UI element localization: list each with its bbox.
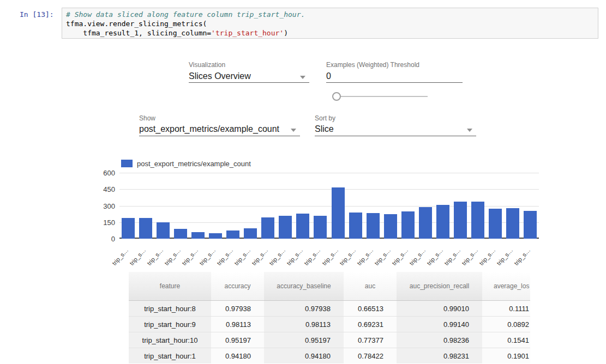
x-axis-label: trip_s… <box>494 247 514 268</box>
bar[interactable] <box>191 232 205 239</box>
bar[interactable] <box>454 202 467 239</box>
metric-cell: 0.66513 <box>344 301 397 317</box>
metric-cell: 0.99010 <box>397 301 482 317</box>
bar[interactable] <box>261 217 274 239</box>
bar[interactable] <box>157 222 170 239</box>
threshold-input[interactable]: 0 <box>326 71 331 81</box>
sort-by-value[interactable]: Slice <box>315 124 334 134</box>
bar[interactable] <box>332 187 345 239</box>
y-axis-tick-label: 300 <box>87 202 115 210</box>
bar[interactable] <box>174 229 187 239</box>
bar[interactable] <box>524 211 537 239</box>
column-header[interactable]: feature <box>129 272 211 301</box>
bar[interactable] <box>139 218 152 239</box>
visualization-label: Visualization <box>189 61 225 69</box>
gridline <box>119 173 539 173</box>
table-row: trip_start_hour:100.951970.951970.773770… <box>129 332 530 348</box>
metric-cell: 0.98236 <box>397 332 482 348</box>
x-axis-label: trip_s… <box>302 247 322 268</box>
bar[interactable] <box>471 202 484 239</box>
table-row: trip_start_hour:90.981130.981130.692310.… <box>129 317 530 332</box>
y-axis-tick-label: 450 <box>87 185 115 193</box>
code-editor[interactable]: # Show data sliced along feature column … <box>62 8 598 39</box>
metric-cell: 0.69231 <box>344 317 397 332</box>
sort-by-label: Sort by <box>315 114 335 122</box>
dropdown-underline <box>315 136 476 136</box>
x-axis-label: trip_s… <box>459 247 479 268</box>
x-axis-label: trip_s… <box>249 247 269 268</box>
legend-swatch <box>121 160 133 167</box>
x-axis-label: trip_s… <box>179 247 200 268</box>
bar[interactable] <box>296 214 309 239</box>
bar[interactable] <box>436 205 449 239</box>
column-header[interactable]: auc_precision_recall <box>397 272 482 301</box>
metric-cell: 0.0892 <box>482 317 530 332</box>
show-label: Show <box>139 114 155 122</box>
bar[interactable] <box>279 216 292 239</box>
metric-cell: 0.97938 <box>264 301 344 317</box>
code-string: 'trip_start_hour' <box>211 29 284 37</box>
metric-cell: 0.94180 <box>211 348 264 364</box>
feature-cell: trip_start_hour:8 <box>129 301 211 317</box>
y-axis-tick-label: 150 <box>87 219 115 227</box>
column-header[interactable]: accuracy_baseline <box>264 272 344 301</box>
column-header[interactable]: average_los <box>482 272 530 301</box>
feature-cell: trip_start_hour:1 <box>129 348 211 364</box>
slider-track[interactable] <box>339 96 428 97</box>
metrics-table: featureaccuracyaccuracy_baselineaucauc_p… <box>129 272 530 363</box>
metric-cell: 0.94180 <box>264 348 344 364</box>
metric-cell: 0.1901 <box>482 348 530 364</box>
table-row: trip_start_hour:80.979380.979380.665130.… <box>129 301 530 317</box>
bar[interactable] <box>314 216 327 239</box>
x-axis-label: trip_s… <box>319 247 339 268</box>
x-axis-label: trip_s… <box>284 247 304 268</box>
visualization-value[interactable]: Slices Overview <box>189 71 251 81</box>
bar[interactable] <box>419 207 432 239</box>
gridline <box>119 189 539 190</box>
code-line-3: tfma_result_1, slicing_column= <box>66 29 211 37</box>
metric-cell: 0.1541 <box>482 332 530 348</box>
column-header[interactable]: auc <box>344 272 397 301</box>
code-line-3-end: ) <box>284 29 288 37</box>
slider-thumb[interactable] <box>332 92 341 101</box>
dropdown-underline <box>189 82 309 83</box>
x-axis-label: trip_s… <box>109 247 129 268</box>
x-axis-label: trip_s… <box>267 247 287 268</box>
x-axis-label: trip_s… <box>511 247 531 268</box>
bar[interactable] <box>367 213 380 239</box>
bar[interactable] <box>349 213 362 239</box>
metric-cell: 0.95197 <box>211 332 264 348</box>
code-line-2: tfma.view.render_slicing_metrics( <box>66 20 207 28</box>
bar[interactable] <box>226 230 239 239</box>
x-axis-label: trip_s… <box>389 247 409 268</box>
bar[interactable] <box>489 209 502 239</box>
y-axis-tick-label: 600 <box>87 169 115 177</box>
x-axis-label: trip_s… <box>162 247 182 268</box>
show-value[interactable]: post_export_metrics/example_count <box>139 124 279 134</box>
metric-cell: 0.78422 <box>344 348 397 364</box>
metric-cell: 0.98113 <box>264 317 344 332</box>
bar[interactable] <box>384 214 397 239</box>
metric-cell: 0.97938 <box>211 301 264 317</box>
chevron-down-icon <box>467 129 472 132</box>
x-axis-label: trip_s… <box>197 247 217 268</box>
bar[interactable] <box>209 233 222 239</box>
x-axis-label: trip_s… <box>337 247 357 268</box>
bar[interactable] <box>401 211 415 239</box>
threshold-label: Examples (Weighted) Threshold <box>326 61 419 69</box>
y-axis-tick-label: 0 <box>87 235 115 243</box>
x-axis-label: trip_s… <box>424 247 444 268</box>
bar[interactable] <box>506 208 519 239</box>
code-comment: # Show data sliced along feature column … <box>66 10 305 19</box>
cell-prompt: In [13]: <box>20 10 54 19</box>
column-header[interactable]: accuracy <box>211 272 264 301</box>
x-axis-label: trip_s… <box>371 247 392 268</box>
x-axis-label: trip_s… <box>232 247 252 268</box>
chevron-down-icon <box>291 129 296 132</box>
bar[interactable] <box>244 228 257 239</box>
feature-cell: trip_start_hour:9 <box>129 317 211 332</box>
code-cell[interactable]: # Show data sliced along feature column … <box>62 8 598 39</box>
x-axis-label: trip_s… <box>127 247 147 268</box>
bar[interactable] <box>122 218 135 239</box>
x-axis-label: trip_s… <box>145 247 165 268</box>
